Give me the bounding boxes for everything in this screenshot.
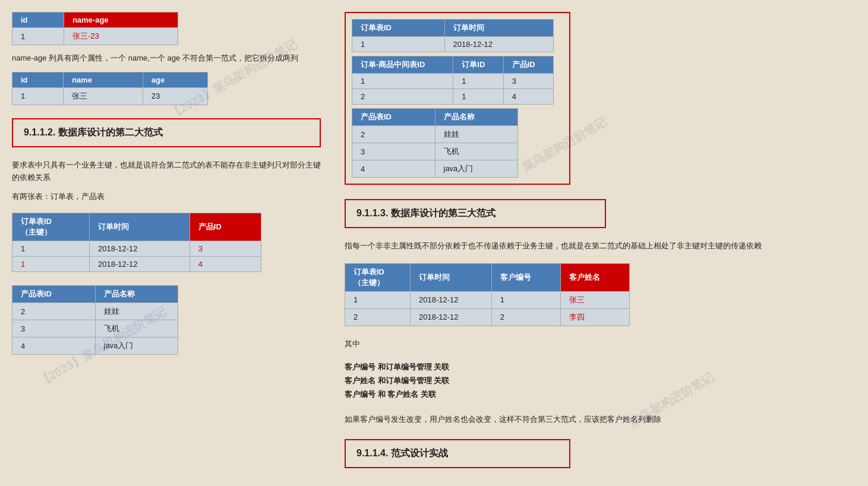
description-1nf: name-age 列具有两个属性，一个 name,一个 age 不符合第一范式，…: [12, 52, 321, 65]
order-time-header: 订单时间: [90, 213, 190, 241]
description-if: 如果客户编号发生改变，用户姓名也会改变，这样不符合第三大范式，应该把客户姓名列删…: [345, 414, 856, 426]
prod-id-header: 产品表ID: [12, 286, 96, 303]
table-row: 3 飞机: [352, 143, 518, 160]
cell-product-id2: 4: [190, 257, 261, 272]
cell-prod-name3: java入门: [95, 337, 178, 355]
cell-order-id2: 1: [12, 257, 90, 272]
cell-id2: 1: [12, 87, 64, 105]
cell-t3-custno1: 1: [491, 291, 560, 308]
table-row: 3 飞机: [12, 320, 178, 337]
table-row: 1 2018-12-12: [352, 37, 554, 52]
table-order-third: 订单表ID（主键） 订单时间 客户编号 客户姓名 1 2018-12-12 1 …: [345, 263, 630, 326]
mid-order-id-header: 订单ID: [453, 56, 503, 74]
prod-name-header: 产品名称: [95, 286, 178, 303]
cell-nameage: 张三-23: [64, 28, 178, 45]
section-213-box: 9.1.1.3. 数据库设计的第三大范式: [345, 199, 606, 228]
table-row: 4 java入门: [12, 337, 178, 355]
cell-mid-id1: 1: [352, 74, 453, 89]
table-row: 1 2018-12-12 3: [12, 241, 261, 257]
cell-order-id-top: 1: [352, 37, 445, 52]
table-mid: 订单-商品中间表ID 订单ID 产品ID 1 1 3 2 1 4: [352, 56, 554, 105]
t3-customer-name-header: 客户姓名: [560, 263, 629, 291]
cell-order-id1: 1: [12, 241, 90, 257]
cell-order-time2: 2018-12-12: [90, 257, 190, 272]
table-row: 1 1 3: [352, 74, 554, 89]
t3-order-time-header: 订单时间: [411, 263, 492, 291]
bold-line-2: 客户姓名 和订单编号管理 关联: [345, 374, 856, 387]
bold-line-3: 客户编号 和 客户姓名 关联: [345, 387, 856, 401]
col-id2-header: id: [12, 72, 64, 87]
table-row: 2 娃娃: [352, 126, 518, 143]
table-prod-top-right: 产品表ID 产品名称 2 娃娃 3 飞机 4 java入门: [352, 108, 518, 178]
cell-name: 张三: [64, 87, 143, 105]
order-id-pk-header: 订单表ID（主键）: [12, 213, 90, 241]
cell-prod-id-r1: 2: [352, 126, 435, 143]
cell-t3-custname2: 李四: [560, 308, 629, 326]
cell-t3-time2: 2018-12-12: [411, 308, 492, 326]
cell-t3-custno2: 2: [491, 308, 560, 326]
table-row: 2 1 4: [352, 89, 554, 105]
t3-customer-no-header: 客户编号: [491, 263, 560, 291]
table-order-top-right: 订单表ID 订单时间 1 2018-12-12: [352, 19, 554, 52]
table-row: 1 张三 23: [12, 87, 208, 105]
table-order-left: 订单表ID（主键） 订单时间 产品ID 1 2018-12-12 3 1 201…: [12, 213, 261, 272]
description-2nf: 要求表中只具有一个业务主键，也就是说符合第二范式的表不能存在非主键列只对部分主键…: [12, 159, 321, 184]
cell-product-id1: 3: [190, 241, 261, 257]
description-3nf: 指每一个非非主属性既不部分依赖于也不传递依赖于业务主键，也就是在第二范式的基础上…: [345, 240, 856, 253]
bold-line-1: 客户编号 和订单编号管理 关联: [345, 360, 856, 374]
table-row: 1 2018-12-12 4: [12, 257, 261, 272]
cell-t3-id1: 1: [345, 291, 411, 308]
cell-mid-order1: 1: [453, 74, 503, 89]
order-time-top-header: 订单时间: [444, 20, 553, 37]
cell-prod-id3: 4: [12, 337, 96, 355]
table-id-nameage: id name-age 1 张三-23: [12, 12, 178, 45]
cell-prod-name1: 娃娃: [95, 303, 178, 320]
cell-prod-name-r1: 娃娃: [435, 126, 518, 143]
section-213-title: 9.1.1.3. 数据库设计的第三大范式: [356, 207, 594, 220]
table-row: 2 2018-12-12 2 李四: [345, 308, 630, 326]
col-age-header: age: [143, 72, 207, 87]
cell-prod-id-r3: 4: [352, 160, 435, 178]
cell-mid-id2: 2: [352, 89, 453, 105]
cell-order-time1: 2018-12-12: [90, 241, 190, 257]
cell-order-time-top: 2018-12-12: [444, 37, 553, 52]
prod-id-top-header: 产品表ID: [352, 109, 435, 126]
cell-age: 23: [143, 87, 207, 105]
mid-prod-id-header: 产品ID: [503, 56, 553, 74]
table-id-name-age: id name age 1 张三 23: [12, 72, 208, 105]
cell-id: 1: [12, 28, 64, 45]
top-right-tables-box: 订单表ID 订单时间 1 2018-12-12 订单-商品中间表ID 订单I: [345, 12, 570, 185]
table-row: 1 张三-23: [12, 28, 178, 45]
col-id-header: id: [12, 12, 64, 28]
cell-prod-name2: 飞机: [95, 320, 178, 337]
cell-prod-id2: 3: [12, 320, 96, 337]
table-row: 1 2018-12-12 1 张三: [345, 291, 630, 308]
cell-mid-order2: 1: [453, 89, 503, 105]
section-212-title: 9.1.1.2. 数据库设计的第二大范式: [24, 127, 309, 139]
right-column: 订单表ID 订单时间 1 2018-12-12 订单-商品中间表ID 订单I: [345, 12, 856, 474]
section-214-box: 9.1.1.4. 范式设计实战: [345, 439, 570, 468]
cell-prod-name-r3: java入门: [435, 160, 518, 178]
cell-mid-prod1: 3: [503, 74, 553, 89]
col-nameage-header: name-age: [64, 12, 178, 28]
order-id-top-header: 订单表ID: [352, 20, 445, 37]
table-row: 4 java入门: [352, 160, 518, 178]
cell-t3-time1: 2018-12-12: [411, 291, 492, 308]
section-214-title: 9.1.1.4. 范式设计实战: [356, 447, 558, 460]
description-2tables: 有两张表：订单表，产品表: [12, 191, 321, 203]
section-212-box: 9.1.1.2. 数据库设计的第二大范式: [12, 118, 321, 147]
t3-order-id-header: 订单表ID（主键）: [345, 263, 411, 291]
table-row: 2 娃娃: [12, 303, 178, 320]
table-product-left: 产品表ID 产品名称 2 娃娃 3 飞机 4 java入门: [12, 285, 178, 355]
prod-name-top-header: 产品名称: [435, 109, 518, 126]
left-column: id name-age 1 张三-23 name-age 列具有两个属性，一个 …: [12, 12, 321, 474]
cell-prod-id-r2: 3: [352, 143, 435, 160]
cell-prod-id1: 2: [12, 303, 96, 320]
page-container: 【2023】菜鸟架构进阶笔记 【2023】菜鸟架构进阶笔记 菜鸟架构进阶笔记 菜…: [0, 0, 868, 486]
cell-mid-prod2: 4: [503, 89, 553, 105]
label-its: 其中: [345, 338, 856, 351]
bold-lines-block: 客户编号 和订单编号管理 关联 客户姓名 和订单编号管理 关联 客户编号 和 客…: [345, 360, 856, 402]
cell-t3-custname1: 张三: [560, 291, 629, 308]
product-id-header: 产品ID: [190, 213, 261, 241]
cell-prod-name-r2: 飞机: [435, 143, 518, 160]
